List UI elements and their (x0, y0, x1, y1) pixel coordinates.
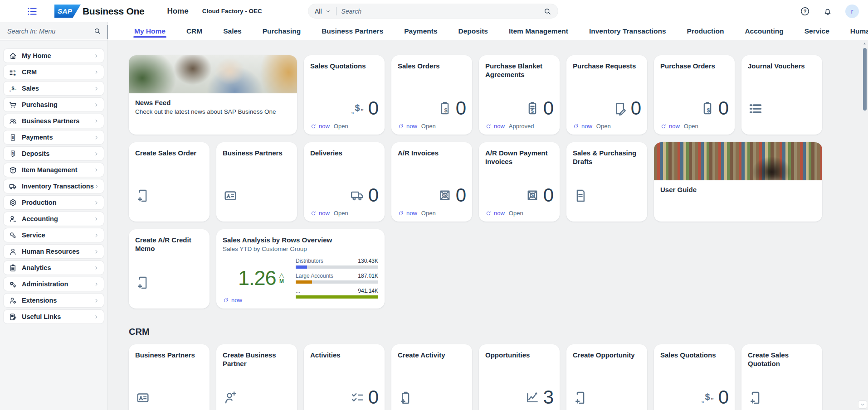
tile-footer: nowOpen (310, 123, 348, 130)
tile-sales-quotations[interactable]: Sales Quotations$„‟0nowOpen (304, 55, 385, 135)
tile-count: 0 (543, 100, 553, 116)
tab-inventory-transactions[interactable]: Inventory Transactions (589, 22, 666, 40)
tile-sales-purchasing-drafts[interactable]: Sales & Purchasing Drafts (566, 142, 647, 222)
tile-a-r-down-payment-invoices[interactable]: A/R Down Payment Invoices$0nowOpen (479, 142, 560, 222)
tile-business-partners[interactable]: Business Partners (129, 344, 210, 410)
tab-sales[interactable]: Sales (223, 22, 242, 40)
sidebar-item-business-partners[interactable]: Business Partners (4, 114, 104, 128)
sidebar-item-label: Analytics (22, 264, 51, 271)
sidebar-item-label: Useful Links (22, 313, 61, 320)
tab-deposits[interactable]: Deposits (458, 22, 488, 40)
tile-create-business-partner[interactable]: Create Business Partner (216, 344, 297, 410)
chevron-down-icon[interactable] (325, 8, 331, 14)
tile-purchase-orders[interactable]: Purchase Orders$0nowOpen (654, 55, 735, 135)
doc-plus-icon (573, 390, 588, 405)
sidebar-item-my-home[interactable]: My Home (4, 49, 104, 63)
tile-refresh-button[interactable]: now (310, 123, 330, 130)
svg-text:$: $ (355, 103, 360, 113)
refresh-icon (485, 123, 492, 130)
tile-refresh-button[interactable]: now (660, 123, 680, 130)
tile-create-sales-order[interactable]: Create Sales Order (129, 142, 210, 222)
sidebar-item-crm[interactable]: $★CRM (4, 65, 104, 79)
person-icon (9, 247, 17, 256)
global-search-input[interactable] (341, 8, 543, 15)
global-search[interactable]: All (308, 4, 558, 19)
tile-create-sales-quotation[interactable]: Create Sales Quotation (741, 344, 822, 410)
sidebar-item-sales[interactable]: $„‟Sales (4, 82, 104, 95)
tab-item-management[interactable]: Item Management (509, 22, 568, 40)
tile-refresh-button[interactable]: now (398, 210, 417, 217)
tile-count: 0 (718, 389, 728, 405)
tile-activities[interactable]: Activities0 (304, 344, 385, 410)
tab-human-resources[interactable]: Human Resources (850, 22, 868, 40)
tile-status: Approved (509, 123, 534, 130)
tile-create-activity[interactable]: Create Activity (391, 344, 472, 410)
tile-title: Purchase Orders (660, 62, 728, 70)
tile-row: Create Sales OrderBusiness PartnersDeliv… (129, 142, 868, 222)
sidebar-item-payments[interactable]: $Payments (4, 130, 104, 144)
tab-my-home[interactable]: My Home (134, 22, 166, 40)
tile-refresh-button[interactable]: now (310, 210, 330, 217)
tile-count: 0 (368, 389, 378, 405)
menu-toggle-icon[interactable] (26, 5, 38, 17)
sidebar-item-item-management[interactable]: Item Management (4, 163, 104, 177)
tile-refresh-button[interactable]: now (223, 297, 242, 304)
sidebar-item-accounting[interactable]: Accounting (4, 212, 104, 226)
tile-refresh-button[interactable]: now (398, 123, 417, 130)
sidebar-item-label: Purchasing (22, 101, 58, 108)
scroll-down-button[interactable] (858, 400, 867, 409)
help-icon[interactable]: ? (800, 6, 810, 16)
tile-chart[interactable]: Sales Analysis by Rows OverviewSales YTD… (216, 229, 385, 309)
svg-text:$: $ (705, 392, 710, 402)
tile-title: A/R Invoices (398, 149, 466, 157)
tile-refresh-button[interactable]: now (485, 210, 505, 217)
sidebar-search[interactable] (0, 22, 107, 40)
sidebar-item-production[interactable]: Production (4, 196, 104, 209)
search-icon[interactable] (93, 27, 101, 35)
tab-payments[interactable]: Payments (404, 22, 437, 40)
scrollbar-thumb[interactable] (863, 48, 867, 111)
tile-journal-vouchers[interactable]: Journal Vouchers (741, 55, 822, 135)
sidebar-item-analytics[interactable]: Analytics (4, 261, 104, 275)
tile-sales-quotations[interactable]: Sales Quotations$„‟0 (654, 344, 735, 410)
search-scope-selector[interactable]: All (315, 8, 322, 15)
tile-opportunities[interactable]: Opportunities3 (479, 344, 560, 410)
tile-create-a-r-credit-memo[interactable]: Create A/R Credit Memo (129, 229, 210, 309)
search-icon[interactable] (543, 7, 551, 15)
notifications-bell-icon[interactable] (823, 6, 833, 16)
sidebar-item-inventory-transactions[interactable]: Inventory Transactions (4, 179, 104, 193)
sidebar-search-input[interactable] (7, 28, 93, 35)
chevron-right-icon (93, 86, 99, 92)
tile-create-opportunity[interactable]: Create Opportunity (566, 344, 647, 410)
tile-refresh-button[interactable]: now (573, 123, 592, 130)
user-avatar[interactable]: r (845, 5, 859, 18)
tab-service[interactable]: Service (805, 22, 829, 40)
box-icon (9, 166, 17, 174)
tile-business-partners[interactable]: Business Partners (216, 142, 297, 222)
tile-a-r-invoices[interactable]: A/R Invoices$0nowOpen (391, 142, 472, 222)
sidebar-item-useful-links[interactable]: Useful Links (4, 310, 104, 323)
tab-production[interactable]: Production (687, 22, 724, 40)
sidebar-item-service[interactable]: Service (4, 228, 104, 242)
tile-news-feed[interactable]: News FeedCheck out the latest news about… (129, 55, 297, 135)
sidebar-item-purchasing[interactable]: Purchasing (4, 98, 104, 111)
scroll-up-icon[interactable] (863, 42, 867, 46)
tab-crm[interactable]: CRM (186, 22, 202, 40)
chevron-right-icon (93, 232, 99, 238)
tile-purchase-blanket-agreements[interactable]: Purchase Blanket Agreements$0nowApproved (479, 55, 560, 135)
tile-purchase-requests[interactable]: Purchase Requests0nowOpen (566, 55, 647, 135)
tab-purchasing[interactable]: Purchasing (263, 22, 301, 40)
sidebar-item-human-resources[interactable]: Human Resources (4, 245, 104, 258)
refresh-icon (398, 210, 404, 217)
tile-deliveries[interactable]: Deliveries0nowOpen (304, 142, 385, 222)
sidebar-item-deposits[interactable]: $Deposits (4, 147, 104, 160)
tab-accounting[interactable]: Accounting (745, 22, 783, 40)
tile-refresh-button[interactable]: now (485, 123, 505, 130)
sidebar-item-administration[interactable]: Administration (4, 277, 104, 291)
sidebar-item-extensions[interactable]: Extensions (4, 294, 104, 307)
tab-business-partners[interactable]: Business Partners (322, 22, 383, 40)
tile-sales-orders[interactable]: Sales Orders$0nowOpen (391, 55, 472, 135)
tile-user-guide[interactable]: User Guide (654, 142, 822, 222)
chevron-right-icon (93, 118, 99, 124)
sidebar-item-label: Deposits (22, 150, 49, 157)
